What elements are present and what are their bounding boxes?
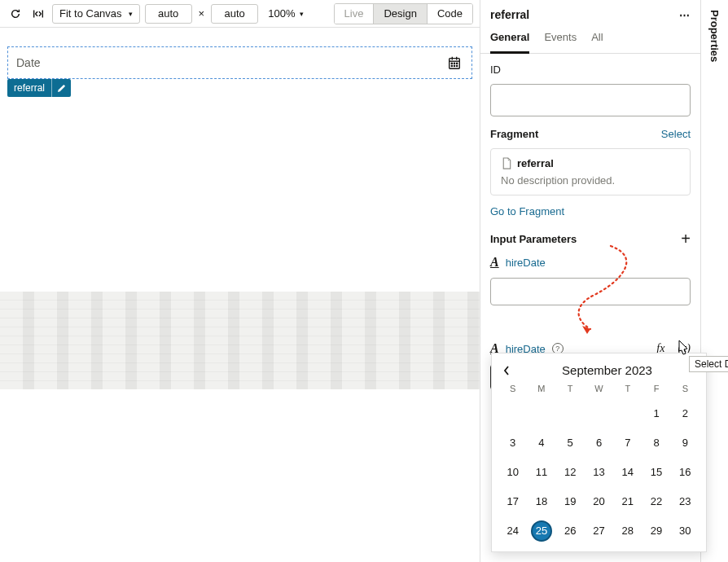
- calendar-day[interactable]: 5: [556, 434, 585, 452]
- calendar-weekday: T: [556, 384, 585, 393]
- calendar-day[interactable]: 25: [527, 522, 555, 540]
- prev-month-button[interactable]: [503, 366, 520, 375]
- toolbar: Fit to Canvas ▾ × 100% ▾ Live Design Cod…: [0, 0, 480, 28]
- calendar-day[interactable]: 3: [498, 434, 527, 452]
- svg-point-5: [454, 65, 454, 66]
- svg-point-1: [451, 63, 452, 64]
- width-mode-icon[interactable]: [29, 5, 47, 23]
- design-canvas[interactable]: Date referral: [0, 28, 480, 562]
- calendar-day[interactable]: 8: [642, 434, 670, 452]
- tab-events[interactable]: Events: [544, 26, 577, 53]
- text-type-icon: A: [490, 255, 499, 270]
- calendar-day[interactable]: 14: [613, 463, 642, 481]
- id-label: ID: [490, 64, 691, 76]
- tab-all[interactable]: All: [591, 26, 603, 53]
- zoom-value: 100%: [268, 7, 295, 20]
- tab-general[interactable]: General: [490, 26, 529, 54]
- input-parameters-label: Input Parameters: [490, 233, 577, 245]
- fragment-label: Fragment: [490, 128, 538, 140]
- live-mode-button[interactable]: Live: [335, 4, 374, 24]
- go-to-fragment-link[interactable]: Go to Fragment: [490, 205, 691, 217]
- fragment-description: No description provided.: [501, 174, 680, 187]
- panel-tabs: General Events All: [480, 26, 700, 54]
- calendar-day[interactable]: 4: [527, 434, 555, 452]
- view-mode-segment: Live Design Code: [334, 3, 473, 24]
- fit-dropdown[interactable]: Fit to Canvas ▾: [52, 4, 140, 24]
- calendar-day[interactable]: 10: [498, 463, 527, 481]
- calendar-day[interactable]: 13: [585, 463, 613, 481]
- calendar-day[interactable]: 21: [613, 493, 642, 511]
- calendar-weekday: S: [671, 384, 699, 393]
- canvas-height-input[interactable]: [211, 4, 258, 24]
- edit-icon[interactable]: [51, 79, 71, 97]
- side-tab-label: Properties: [708, 10, 721, 62]
- calendar-day[interactable]: 6: [585, 434, 613, 452]
- calendar-icon[interactable]: [445, 54, 463, 72]
- calendar-day[interactable]: 23: [671, 493, 699, 511]
- calendar-month-label[interactable]: September 2023: [520, 363, 695, 377]
- calendar-day[interactable]: 24: [498, 522, 527, 540]
- file-icon: [501, 157, 512, 169]
- calendar-day[interactable]: 15: [642, 463, 670, 481]
- calendar-day[interactable]: 12: [556, 463, 585, 481]
- panel-more-icon[interactable]: ⋯: [679, 9, 691, 21]
- panel-title: referral: [490, 8, 529, 21]
- refresh-icon[interactable]: [7, 5, 24, 23]
- calendar-day[interactable]: 26: [556, 522, 585, 540]
- svg-point-3: [457, 63, 458, 64]
- calendar-day[interactable]: 17: [498, 493, 527, 511]
- date-picker-popup: September 2023 SMTWTFS123456789101112131…: [491, 353, 707, 552]
- calendar-grid: SMTWTFS123456789101112131415161718192021…: [498, 384, 699, 540]
- canvas-empty-pattern: [0, 292, 480, 389]
- calendar-day[interactable]: 29: [642, 522, 670, 540]
- calendar-day[interactable]: 27: [585, 522, 613, 540]
- svg-point-6: [457, 65, 458, 66]
- calendar-day[interactable]: 2: [671, 405, 699, 423]
- calendar-weekday: F: [642, 384, 670, 393]
- fragment-name: referral: [517, 157, 554, 169]
- tooltip: Select Da: [689, 356, 728, 372]
- zoom-dropdown[interactable]: 100% ▾: [268, 7, 304, 20]
- calendar-day[interactable]: 11: [527, 463, 555, 481]
- param-name[interactable]: hireDate: [506, 257, 546, 269]
- dimension-separator: ×: [197, 7, 207, 20]
- date-field-component[interactable]: Date: [7, 46, 472, 79]
- calendar-day[interactable]: 30: [671, 522, 699, 540]
- svg-point-2: [454, 63, 454, 64]
- calendar-day[interactable]: 16: [671, 463, 699, 481]
- calendar-weekday: M: [527, 384, 555, 393]
- calendar-day[interactable]: 18: [527, 493, 555, 511]
- date-placeholder-text: Date: [16, 56, 41, 69]
- caret-down-icon: ▾: [300, 10, 304, 18]
- calendar-day[interactable]: 28: [613, 522, 642, 540]
- canvas-width-input[interactable]: [145, 4, 192, 24]
- caret-down-icon: ▾: [129, 10, 133, 18]
- calendar-day[interactable]: 22: [642, 493, 670, 511]
- id-input[interactable]: [490, 84, 691, 116]
- calendar-weekday: W: [585, 384, 613, 393]
- calendar-day[interactable]: 9: [671, 434, 699, 452]
- fragment-card: referral No description provided.: [490, 148, 691, 195]
- fit-label: Fit to Canvas: [59, 7, 122, 20]
- svg-point-4: [451, 65, 452, 66]
- component-badge: referral: [7, 79, 71, 97]
- select-fragment-link[interactable]: Select: [661, 128, 691, 140]
- design-mode-button[interactable]: Design: [373, 4, 426, 24]
- badge-label: referral: [7, 79, 51, 97]
- code-mode-button[interactable]: Code: [427, 4, 472, 24]
- calendar-day[interactable]: 7: [613, 434, 642, 452]
- parameter-row: A hireDate: [490, 255, 691, 270]
- calendar-day[interactable]: 19: [556, 493, 585, 511]
- param-value-input[interactable]: [490, 278, 691, 305]
- calendar-day[interactable]: 20: [585, 493, 613, 511]
- calendar-day[interactable]: 1: [642, 405, 670, 423]
- calendar-weekday: S: [498, 384, 527, 393]
- calendar-weekday: T: [613, 384, 642, 393]
- add-parameter-button[interactable]: +: [681, 231, 691, 247]
